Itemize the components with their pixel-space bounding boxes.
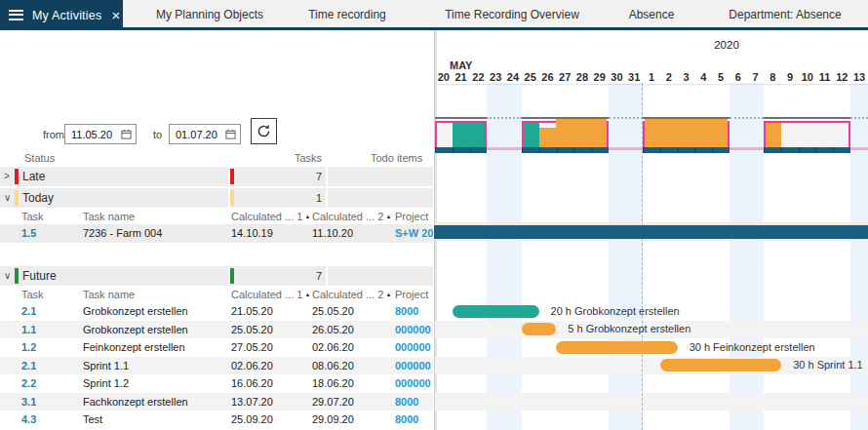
gantt-task-bar[interactable]: [660, 359, 781, 371]
day-label: 11: [816, 71, 834, 83]
day-label: 2: [660, 71, 678, 83]
capacity-load-bar: [645, 119, 728, 148]
gantt-task-bar[interactable]: [522, 323, 557, 335]
capacity-zero-line: [609, 147, 644, 150]
gantt-bar-label: 30 h Feinkonzept erstellen: [690, 341, 815, 354]
capacity-base-strip: [643, 147, 730, 153]
day-label: 5: [712, 71, 730, 83]
capacity-limit-line: [764, 117, 850, 119]
capacity-limit-line-weekend: [487, 117, 522, 119]
capacity-load-bar: [766, 123, 781, 148]
tab-my-planning-objects[interactable]: My Planning Objects: [156, 8, 263, 21]
weekend-column: [730, 83, 747, 430]
day-label: 9: [781, 71, 799, 83]
gantt-bar-label: 20 h Grobkonzept erstellen: [551, 305, 680, 318]
tab-time-recording-overview[interactable]: Time Recording Overview: [445, 8, 579, 21]
day-label: 3: [678, 71, 695, 83]
day-label: 8: [764, 71, 781, 83]
day-label: 4: [694, 71, 712, 83]
weekend-column: [747, 83, 765, 430]
capacity-limit-line-weekend: [609, 117, 644, 119]
weekend-column: [487, 83, 504, 430]
weekend-column: [504, 83, 522, 430]
timeline-year-label: 2020: [683, 39, 770, 51]
day-label: 28: [573, 71, 591, 83]
gantt-bar-label: 30 h Sprint 1.1: [793, 359, 863, 371]
tab-my-activities[interactable]: My Activities ×: [0, 0, 123, 30]
capacity-base-strip: [764, 147, 850, 153]
capacity-base-strip: [522, 147, 609, 153]
app-window: My Planning ObjectsTime recordingTime Re…: [0, 0, 868, 430]
day-label: 22: [470, 71, 488, 83]
gantt-bar-label: 5 h Grobkonzept erstellen: [568, 323, 690, 335]
gantt-task-bar[interactable]: [556, 341, 677, 354]
capacity-load-bar: [524, 123, 539, 148]
day-label: 7: [747, 71, 765, 83]
day-label: 31: [625, 71, 643, 83]
day-label: 21: [453, 71, 470, 83]
capacity-limit-line-weekend: [730, 117, 765, 119]
capacity-limit-line-weekend: [850, 117, 868, 119]
capacity-zero-line: [850, 147, 868, 150]
day-label: 1: [643, 71, 660, 83]
capacity-base-strip: [435, 147, 487, 153]
gantt-task-bar[interactable]: [453, 305, 539, 318]
capacity-load-bar: [539, 128, 557, 148]
capacity-load-bar: [453, 123, 486, 148]
timeline-month-label: MAY: [450, 59, 472, 71]
chart-row-stripe: [435, 393, 868, 411]
tab-time-recording[interactable]: Time recording: [308, 8, 386, 21]
day-label: 12: [833, 71, 850, 83]
day-label: 10: [799, 71, 816, 83]
day-label: 23: [487, 71, 504, 83]
day-label: 26: [539, 71, 557, 83]
menu-icon[interactable]: [9, 10, 23, 20]
capacity-load-bar: [556, 119, 606, 148]
day-label: 27: [556, 71, 573, 83]
gantt-chart: 2021222324252627282930311234567891011121…: [0, 30, 868, 430]
day-label: 13: [850, 71, 868, 83]
day-label: 30: [609, 71, 626, 83]
weekend-column: [609, 83, 626, 430]
header-separator-line: [435, 84, 868, 85]
day-label: 25: [522, 71, 539, 83]
day-label: 20: [435, 71, 453, 83]
capacity-limit-line: [435, 117, 487, 119]
tab-bar: My Planning ObjectsTime recordingTime Re…: [0, 0, 868, 27]
close-icon[interactable]: ×: [111, 8, 120, 22]
weekend-column: [850, 83, 868, 430]
day-label: 6: [730, 71, 747, 83]
day-label: 29: [591, 71, 609, 83]
gantt-task-bar-farm-004[interactable]: [434, 225, 868, 239]
tab-department-absence[interactable]: Department: Absence: [729, 8, 841, 21]
tab-absence[interactable]: Absence: [629, 8, 675, 21]
day-label: 24: [504, 71, 522, 83]
capacity-zero-line: [730, 147, 765, 150]
weekend-column: [625, 83, 643, 430]
active-tab-label: My Activities: [32, 9, 101, 22]
capacity-zero-line: [487, 147, 522, 150]
